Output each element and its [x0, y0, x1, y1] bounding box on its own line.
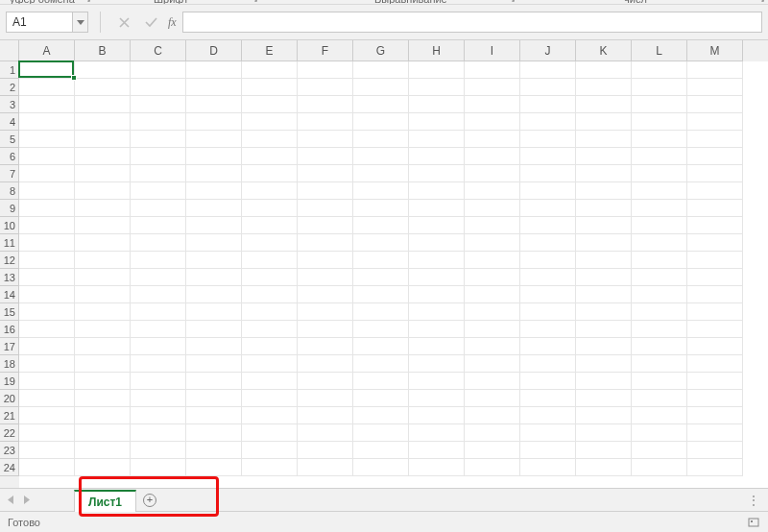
cell[interactable] — [576, 148, 632, 165]
cell[interactable] — [465, 234, 520, 252]
cell[interactable] — [75, 373, 131, 390]
cell[interactable] — [353, 442, 409, 459]
cell[interactable] — [19, 459, 75, 476]
cell[interactable] — [409, 390, 465, 407]
cell[interactable] — [353, 217, 409, 234]
cell[interactable] — [687, 390, 743, 407]
cell[interactable] — [632, 424, 687, 442]
cell[interactable] — [242, 459, 298, 476]
cell[interactable] — [75, 269, 131, 286]
row-header[interactable]: 1 — [0, 61, 19, 79]
cell[interactable] — [75, 131, 131, 148]
cell[interactable] — [520, 234, 576, 252]
cell[interactable] — [75, 303, 131, 321]
cell[interactable] — [298, 355, 353, 373]
column-header[interactable]: J — [520, 40, 576, 61]
cell[interactable] — [242, 390, 298, 407]
row-header[interactable]: 17 — [0, 338, 19, 355]
cell[interactable] — [632, 148, 687, 165]
ribbon-launcher-clipboard[interactable]: ↘ — [84, 0, 91, 4]
cell[interactable] — [131, 269, 186, 286]
column-header[interactable]: E — [242, 40, 298, 61]
row-header[interactable]: 7 — [0, 165, 19, 182]
cell[interactable] — [409, 459, 465, 476]
cell[interactable] — [520, 182, 576, 200]
row-header[interactable]: 5 — [0, 131, 19, 148]
column-header[interactable]: H — [409, 40, 465, 61]
cell[interactable] — [465, 252, 520, 269]
cell[interactable] — [576, 390, 632, 407]
cell[interactable] — [186, 355, 242, 373]
cell[interactable] — [632, 286, 687, 303]
select-all-corner[interactable] — [0, 40, 19, 61]
cell[interactable] — [465, 200, 520, 217]
cell[interactable] — [353, 131, 409, 148]
cell[interactable] — [75, 113, 131, 131]
cell[interactable] — [298, 200, 353, 217]
tab-prev-button[interactable] — [4, 490, 17, 511]
cell[interactable] — [298, 182, 353, 200]
cell[interactable] — [576, 79, 632, 96]
cell[interactable] — [520, 424, 576, 442]
cell[interactable] — [409, 79, 465, 96]
cell[interactable] — [75, 286, 131, 303]
cell[interactable] — [186, 373, 242, 390]
column-header[interactable]: G — [353, 40, 409, 61]
cell[interactable] — [242, 321, 298, 338]
cell[interactable] — [576, 407, 632, 424]
ribbon-launcher-alignment[interactable]: ↘ — [509, 0, 516, 4]
cell[interactable] — [409, 424, 465, 442]
cell[interactable] — [576, 373, 632, 390]
cell[interactable] — [353, 338, 409, 355]
name-box-dropdown[interactable] — [73, 12, 88, 33]
cell[interactable] — [687, 252, 743, 269]
cell[interactable] — [353, 182, 409, 200]
cell[interactable] — [298, 286, 353, 303]
cell[interactable] — [186, 303, 242, 321]
cell[interactable] — [298, 338, 353, 355]
cell[interactable] — [131, 442, 186, 459]
cell[interactable] — [687, 96, 743, 113]
cell[interactable] — [242, 252, 298, 269]
cell[interactable] — [19, 148, 75, 165]
cell[interactable] — [131, 373, 186, 390]
cell[interactable] — [353, 165, 409, 182]
cell[interactable] — [75, 234, 131, 252]
cell[interactable] — [465, 148, 520, 165]
cell[interactable] — [520, 79, 576, 96]
cell[interactable] — [465, 113, 520, 131]
cell[interactable] — [242, 131, 298, 148]
cell[interactable] — [19, 373, 75, 390]
cell[interactable] — [242, 217, 298, 234]
cell[interactable] — [19, 442, 75, 459]
cell[interactable] — [242, 96, 298, 113]
cell[interactable] — [576, 217, 632, 234]
cell[interactable] — [186, 407, 242, 424]
cell[interactable] — [19, 96, 75, 113]
cell[interactable] — [19, 79, 75, 96]
cells-area[interactable] — [19, 61, 768, 488]
cell[interactable] — [465, 182, 520, 200]
cell[interactable] — [576, 182, 632, 200]
cell[interactable] — [298, 113, 353, 131]
column-header[interactable]: M — [687, 40, 743, 61]
cell[interactable] — [409, 200, 465, 217]
cell[interactable] — [75, 355, 131, 373]
cell[interactable] — [19, 390, 75, 407]
cell[interactable] — [75, 442, 131, 459]
cell[interactable] — [298, 217, 353, 234]
cell[interactable] — [465, 390, 520, 407]
cell[interactable] — [298, 407, 353, 424]
cell[interactable] — [131, 338, 186, 355]
confirm-edit-button[interactable] — [139, 12, 162, 33]
cell[interactable] — [131, 252, 186, 269]
cell[interactable] — [632, 234, 687, 252]
macro-record-icon[interactable] — [747, 516, 760, 529]
cell[interactable] — [186, 338, 242, 355]
cell[interactable] — [242, 338, 298, 355]
column-header[interactable]: A — [19, 40, 75, 61]
cell[interactable] — [465, 286, 520, 303]
cell[interactable] — [520, 217, 576, 234]
cell[interactable] — [131, 424, 186, 442]
fill-handle[interactable] — [71, 75, 77, 81]
